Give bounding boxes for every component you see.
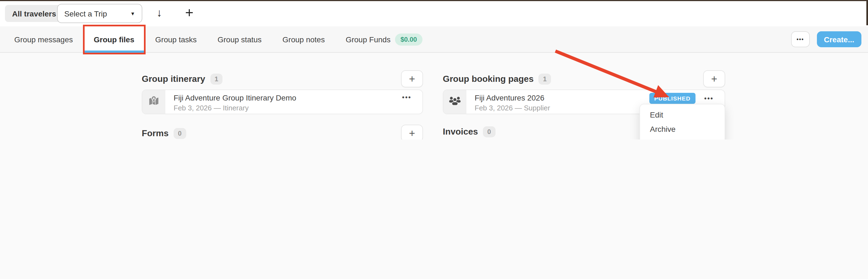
trip-select-dropdown[interactable]: Select a Trip ▼ <box>57 4 142 23</box>
add-form-button[interactable]: + <box>401 125 423 140</box>
group-itinerary-header: Group itinerary 1 + <box>142 70 423 87</box>
count-badge: 1 <box>210 73 222 84</box>
create-button[interactable]: Create... <box>817 31 862 47</box>
section-title: Group itinerary <box>142 74 205 84</box>
menu-item-archive[interactable]: Archive <box>640 122 724 136</box>
tab-group-tasks[interactable]: Group tasks <box>145 26 207 52</box>
booking-page-context-menu: Edit Archive Get booking page link View … <box>640 104 725 140</box>
count-badge: 0 <box>483 126 495 137</box>
tab-group-status[interactable]: Group status <box>207 26 272 52</box>
published-status-badge: PUBLISHED <box>649 93 695 104</box>
map-icon <box>148 95 160 109</box>
tab-bar: Group messages Group files Group tasks G… <box>0 26 868 53</box>
tab-label: Group files <box>94 35 134 44</box>
chevron-down-icon: ▼ <box>130 11 135 16</box>
section-title: Forms <box>142 128 169 138</box>
more-options-button[interactable]: ••• <box>791 31 810 47</box>
card-actions: PUBLISHED ••• <box>649 93 717 104</box>
menu-item-edit[interactable]: Edit <box>640 107 724 122</box>
active-tab-underline <box>83 51 145 53</box>
tab-group-files[interactable]: Group files <box>83 26 145 52</box>
card-actions: ••• <box>399 93 415 102</box>
left-column: Group itinerary 1 + Fiji Advent <box>142 53 423 140</box>
download-icon[interactable]: ↓ <box>153 6 165 20</box>
window-edge-top <box>0 0 868 1</box>
right-column: Group booking pages 1 + Fiji Ad <box>443 53 725 140</box>
itinerary-title: Fiji Adventure Group Itinerary Demo <box>174 93 423 102</box>
section-title: Group booking pages <box>443 74 534 84</box>
tab-label: Group tasks <box>155 35 197 44</box>
funds-amount-badge: $0.00 <box>395 33 423 45</box>
count-badge: 0 <box>174 128 186 139</box>
group-booking-pages-header: Group booking pages 1 + <box>443 70 725 87</box>
itinerary-meta: Feb 3, 2026 — Itinerary <box>174 104 423 112</box>
top-bar: All travelers Select a Trip ▼ ↓ + <box>0 0 868 26</box>
trip-select-value: Select a Trip <box>64 9 107 18</box>
tab-label: Group messages <box>14 35 73 44</box>
all-travelers-button[interactable]: All travelers <box>5 5 63 22</box>
add-booking-page-button[interactable]: + <box>703 70 725 87</box>
tab-group-messages[interactable]: Group messages <box>4 26 83 52</box>
tab-label: Group status <box>218 35 261 44</box>
booking-page-menu-icon[interactable]: ••• <box>701 94 717 103</box>
itinerary-card[interactable]: Fiji Adventure Group Itinerary Demo Feb … <box>142 90 423 114</box>
card-body: Fiji Adventure Group Itinerary Demo Feb … <box>165 90 423 114</box>
app-window: All travelers Select a Trip ▼ ↓ + Group … <box>0 0 868 140</box>
card-icon-strip <box>142 90 165 114</box>
forms-header: Forms 0 + <box>142 125 423 140</box>
section-title: Invoices <box>443 127 478 137</box>
add-itinerary-button[interactable]: + <box>401 70 423 87</box>
count-badge: 1 <box>539 73 551 84</box>
window-edge-right <box>866 0 868 25</box>
itinerary-menu-icon[interactable]: ••• <box>399 93 415 102</box>
group-people-icon <box>448 95 462 109</box>
add-trip-icon[interactable]: + <box>182 4 197 22</box>
tab-group-funds[interactable]: Group Funds $0.00 <box>335 26 433 52</box>
menu-item-get-booking-page-link[interactable]: Get booking page link <box>640 136 724 140</box>
card-icon-strip <box>443 90 466 114</box>
tab-bar-actions: ••• Create... <box>791 26 868 52</box>
tab-group-notes[interactable]: Group notes <box>272 26 335 52</box>
tab-label: Group Funds <box>346 35 390 44</box>
tab-label: Group notes <box>282 35 325 44</box>
